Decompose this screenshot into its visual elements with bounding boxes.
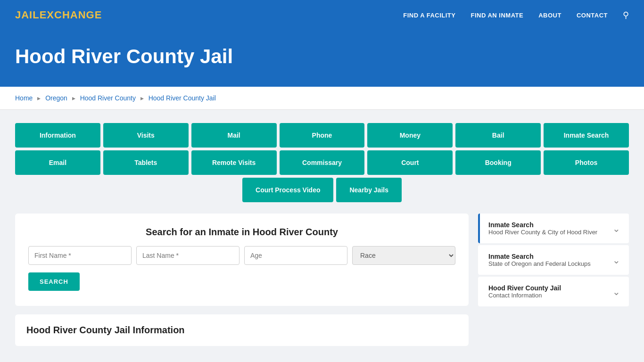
sidebar-card-title-1: Inmate Search Hood River County & City o…	[488, 221, 597, 236]
navbar: JAILEXCHANGE FIND A FACILITY FIND AN INM…	[0, 0, 644, 30]
btn-photos[interactable]: Photos	[544, 150, 629, 175]
nav-about[interactable]: ABOUT	[538, 12, 561, 19]
breadcrumb-oregon[interactable]: Oregon	[45, 94, 67, 102]
btn-court[interactable]: Court	[367, 150, 453, 175]
nav-links: FIND A FACILITY FIND AN INMATE ABOUT CON…	[403, 10, 629, 20]
btn-tablets[interactable]: Tablets	[103, 150, 189, 175]
button-grid-row3: Court Process Video Nearby Jails	[15, 178, 629, 202]
sidebar-title-sub-2: State of Oregon and Federal Lockups	[488, 260, 591, 267]
sidebar-card-header-2[interactable]: Inmate Search State of Oregon and Federa…	[478, 245, 629, 275]
info-title: Hood River County Jail Information	[26, 325, 457, 336]
breadcrumb: Home ▸ Oregon ▸ Hood River County ▸ Hood…	[0, 87, 644, 110]
button-grid-row1: Information Visits Mail Phone Money Bail…	[15, 123, 629, 148]
logo-jail: JAIL	[15, 9, 40, 21]
btn-visits[interactable]: Visits	[103, 123, 189, 148]
chevron-down-icon-2: ⌄	[612, 255, 620, 266]
chevron-down-icon-1: ⌄	[612, 223, 620, 234]
sidebar-card-title-2: Inmate Search State of Oregon and Federa…	[488, 253, 591, 267]
sidebar-card-1: Inmate Search Hood River County & City o…	[478, 214, 629, 243]
search-title: Search for an Inmate in Hood River Count…	[28, 227, 455, 238]
btn-remote-visits[interactable]: Remote Visits	[191, 150, 277, 175]
btn-inmate-search[interactable]: Inmate Search	[544, 123, 629, 148]
btn-booking[interactable]: Booking	[455, 150, 541, 175]
search-panel: Search for an Inmate in Hood River Count…	[15, 214, 469, 306]
btn-court-process-video[interactable]: Court Process Video	[242, 178, 333, 202]
sidebar-title-main-3: Hood River County Jail	[488, 284, 561, 292]
first-name-input[interactable]	[28, 246, 132, 265]
sidebar-card-header-1[interactable]: Inmate Search Hood River County & City o…	[478, 214, 629, 243]
page-body: Information Visits Mail Phone Money Bail…	[0, 110, 644, 359]
sidebar-title-main-2: Inmate Search	[488, 253, 591, 260]
sidebar-title-sub-3: Contact Information	[488, 292, 542, 299]
page-title: Hood River County Jail	[15, 45, 629, 68]
race-select[interactable]: Race White Black Hispanic Asian Native A…	[352, 246, 455, 265]
btn-bail[interactable]: Bail	[455, 123, 541, 148]
search-icon[interactable]: ⚲	[623, 10, 629, 20]
sidebar: Inmate Search Hood River County & City o…	[478, 214, 629, 307]
sidebar-title-main-1: Inmate Search	[488, 221, 597, 229]
breadcrumb-sep-1: ▸	[37, 94, 41, 102]
sidebar-title-sub-1: Hood River County & City of Hood River	[488, 229, 597, 236]
lower-section: Search for an Inmate in Hood River Count…	[15, 214, 629, 346]
sidebar-card-header-3[interactable]: Hood River County Jail Contact Informati…	[478, 277, 629, 306]
chevron-down-icon-3: ⌄	[612, 286, 620, 297]
breadcrumb-hood-river-county[interactable]: Hood River County	[80, 94, 136, 102]
search-fields: Race White Black Hispanic Asian Native A…	[28, 246, 455, 265]
btn-email[interactable]: Email	[15, 150, 100, 175]
sidebar-card-2: Inmate Search State of Oregon and Federa…	[478, 245, 629, 275]
btn-phone[interactable]: Phone	[280, 123, 365, 148]
button-grid-row2: Email Tablets Remote Visits Commissary C…	[15, 150, 629, 175]
sidebar-card-title-3: Hood River County Jail Contact Informati…	[488, 284, 561, 299]
search-submit-button[interactable]: SEARCH	[28, 272, 80, 291]
left-column: Search for an Inmate in Hood River Count…	[15, 214, 469, 346]
logo-exchange: EXCHANGE	[40, 9, 102, 21]
site-logo[interactable]: JAILEXCHANGE	[15, 9, 102, 21]
btn-mail[interactable]: Mail	[191, 123, 277, 148]
btn-money[interactable]: Money	[367, 123, 453, 148]
nav-contact[interactable]: CONTACT	[577, 12, 608, 19]
breadcrumb-sep-2: ▸	[72, 94, 75, 102]
breadcrumb-home[interactable]: Home	[15, 94, 33, 102]
info-section: Hood River County Jail Information	[15, 314, 469, 346]
hero-banner: Hood River County Jail	[0, 30, 644, 87]
sidebar-card-3: Hood River County Jail Contact Informati…	[478, 277, 629, 306]
nav-find-inmate[interactable]: FIND AN INMATE	[471, 12, 523, 19]
breadcrumb-current[interactable]: Hood River County Jail	[149, 94, 216, 102]
btn-information[interactable]: Information	[15, 123, 100, 148]
breadcrumb-sep-3: ▸	[140, 94, 144, 102]
age-input[interactable]	[244, 246, 347, 265]
btn-nearby-jails[interactable]: Nearby Jails	[336, 178, 402, 202]
btn-commissary[interactable]: Commissary	[280, 150, 365, 175]
last-name-input[interactable]	[136, 246, 239, 265]
nav-find-facility[interactable]: FIND A FACILITY	[403, 12, 455, 19]
